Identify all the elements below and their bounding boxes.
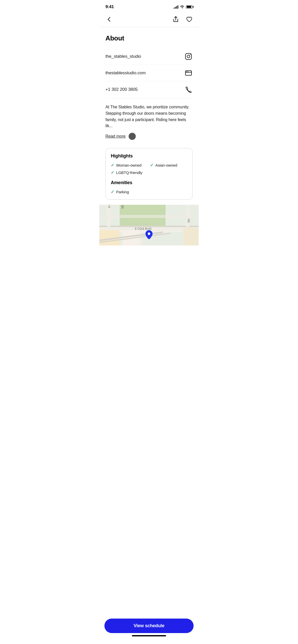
check-icon: ✓ [111, 163, 114, 168]
main-content: About the_stables_studio thestablesstudi… [99, 27, 199, 200]
dot-indicator [129, 133, 136, 140]
website-url: thestablesstudio.com [105, 70, 146, 76]
svg-text:N CATHERINE ST: N CATHERINE ST [108, 205, 111, 208]
svg-text:DO: DO [187, 219, 190, 223]
amenity-label: Parking [116, 190, 129, 194]
highlights-grid: ✓ Woman-owned ✓ Asian-owned ✓ LGBTQ-frie… [111, 163, 187, 175]
read-more-row: Read more [105, 133, 193, 140]
phone-icon [184, 85, 193, 94]
highlight-item-woman-owned: ✓ Woman-owned [111, 163, 148, 168]
svg-text:E COLE BLVD: E COLE BLVD [135, 227, 152, 230]
favorite-button[interactable] [184, 15, 194, 24]
website-row[interactable]: thestablesstudio.com [105, 65, 193, 81]
wifi-icon [180, 5, 184, 9]
battery-icon [186, 5, 193, 9]
svg-point-27 [148, 232, 150, 235]
status-icons [174, 5, 193, 9]
amenities-title: Amenities [111, 180, 187, 185]
phone-number: +1 302 200 3805 [105, 87, 138, 92]
instagram-handle: the_stables_studio [105, 54, 141, 59]
highlight-item-asian-owned: ✓ Asian-owned [150, 163, 187, 168]
nav-bar [99, 13, 199, 27]
phone-row[interactable]: +1 302 200 3805 [105, 81, 193, 98]
amenity-item-parking: ✓ Parking [111, 189, 187, 194]
browser-icon [184, 69, 193, 77]
amenities-section: Amenities ✓ Parking [111, 180, 187, 194]
check-icon: ✓ [111, 170, 114, 175]
highlight-label: Asian-owned [155, 163, 177, 167]
highlights-card: Highlights ✓ Woman-owned ✓ Asian-owned ✓… [105, 148, 193, 200]
read-more-button[interactable]: Read more [105, 134, 126, 139]
svg-rect-6 [187, 71, 188, 72]
check-icon: ✓ [150, 163, 153, 168]
svg-point-2 [190, 54, 191, 55]
status-bar: 9:41 [99, 0, 199, 13]
share-button[interactable] [171, 15, 180, 24]
signal-icon [174, 5, 178, 9]
map-svg: N CATHERINE ST NEI DO E COLE BLVD [99, 205, 199, 245]
status-time: 9:41 [105, 4, 114, 9]
svg-rect-0 [185, 53, 192, 60]
map-container[interactable]: N CATHERINE ST NEI DO E COLE BLVD [99, 205, 199, 245]
svg-rect-10 [99, 226, 199, 227]
about-title: About [105, 34, 193, 42]
highlights-title: Highlights [111, 153, 187, 159]
svg-text:NEI: NEI [121, 205, 124, 209]
highlight-label: Woman-owned [116, 163, 142, 167]
svg-point-1 [187, 55, 190, 58]
svg-rect-5 [186, 71, 187, 72]
svg-rect-18 [183, 228, 199, 245]
check-icon: ✓ [111, 189, 114, 194]
instagram-icon [184, 52, 193, 61]
back-button[interactable] [104, 15, 114, 24]
svg-rect-3 [185, 71, 192, 75]
instagram-row[interactable]: the_stables_studio [105, 48, 193, 65]
highlight-label: LGBTQ-friendly [116, 170, 142, 175]
nav-actions [171, 15, 194, 24]
svg-rect-15 [99, 215, 199, 218]
highlight-item-lgbtq: ✓ LGBTQ-friendly [111, 170, 148, 175]
description-section: At The Stables Studio, we prioritize com… [105, 98, 193, 148]
description-text: At The Stables Studio, we prioritize com… [105, 104, 193, 129]
